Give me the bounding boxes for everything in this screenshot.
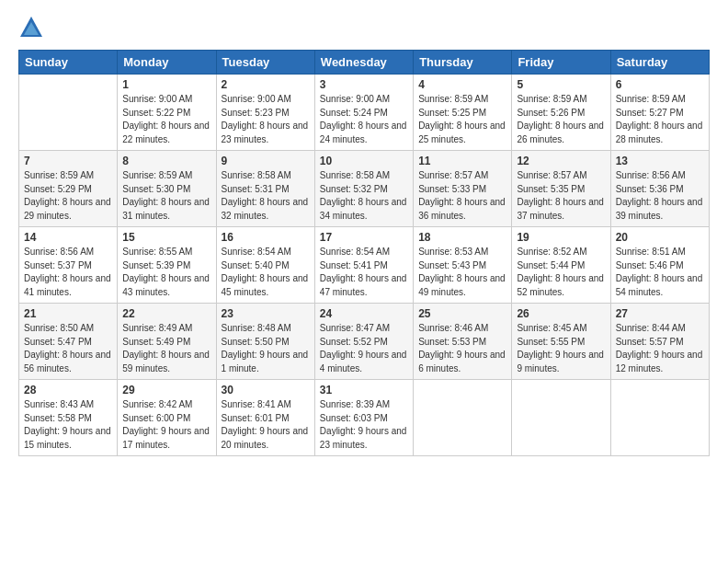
calendar-day-cell: 31Sunrise: 8:39 AMSunset: 6:03 PMDayligh… <box>314 380 413 456</box>
weekday-header-cell: Tuesday <box>216 51 314 75</box>
calendar-day-cell <box>19 75 118 151</box>
day-number: 23 <box>222 307 310 320</box>
day-number: 6 <box>616 78 704 91</box>
day-number: 1 <box>122 78 210 91</box>
calendar-day-cell: 24Sunrise: 8:47 AMSunset: 5:52 PMDayligh… <box>314 304 413 380</box>
day-number: 9 <box>222 155 310 167</box>
weekday-header-row: SundayMondayTuesdayWednesdayThursdayFrid… <box>19 51 710 75</box>
day-number: 30 <box>222 384 310 396</box>
day-number: 12 <box>517 155 605 167</box>
day-info: Sunrise: 8:54 AMSunset: 5:40 PMDaylight:… <box>222 246 310 299</box>
calendar-day-cell: 12Sunrise: 8:57 AMSunset: 5:35 PMDayligh… <box>512 151 610 227</box>
day-number: 7 <box>24 155 112 167</box>
calendar-day-cell: 25Sunrise: 8:46 AMSunset: 5:53 PMDayligh… <box>414 304 512 380</box>
day-number: 19 <box>517 231 605 244</box>
day-number: 8 <box>122 155 210 167</box>
day-info: Sunrise: 8:59 AMSunset: 5:26 PMDaylight:… <box>517 93 605 146</box>
day-info: Sunrise: 8:47 AMSunset: 5:52 PMDaylight:… <box>320 322 408 375</box>
calendar-week-row: 1Sunrise: 9:00 AMSunset: 5:22 PMDaylight… <box>19 75 710 151</box>
calendar-day-cell: 29Sunrise: 8:42 AMSunset: 6:00 PMDayligh… <box>118 380 216 456</box>
day-info: Sunrise: 8:59 AMSunset: 5:25 PMDaylight:… <box>418 93 506 146</box>
calendar-day-cell: 20Sunrise: 8:51 AMSunset: 5:46 PMDayligh… <box>610 227 709 304</box>
weekday-header-cell: Wednesday <box>314 51 413 75</box>
weekday-header-cell: Friday <box>512 51 610 75</box>
day-info: Sunrise: 8:48 AMSunset: 5:50 PMDaylight:… <box>222 322 310 375</box>
day-info: Sunrise: 9:00 AMSunset: 5:24 PMDaylight:… <box>320 93 408 146</box>
calendar-day-cell: 7Sunrise: 8:59 AMSunset: 5:29 PMDaylight… <box>19 151 118 227</box>
calendar-day-cell: 17Sunrise: 8:54 AMSunset: 5:41 PMDayligh… <box>314 227 413 304</box>
day-info: Sunrise: 8:59 AMSunset: 5:30 PMDaylight:… <box>122 169 210 223</box>
calendar-week-row: 21Sunrise: 8:50 AMSunset: 5:47 PMDayligh… <box>19 304 710 380</box>
day-number: 20 <box>616 231 704 244</box>
day-info: Sunrise: 8:57 AMSunset: 5:35 PMDaylight:… <box>517 169 605 223</box>
calendar-day-cell <box>610 380 709 456</box>
calendar-day-cell: 13Sunrise: 8:56 AMSunset: 5:36 PMDayligh… <box>610 151 709 227</box>
day-number: 25 <box>418 307 506 320</box>
day-number: 18 <box>418 231 506 244</box>
day-info: Sunrise: 8:54 AMSunset: 5:41 PMDaylight:… <box>320 246 408 299</box>
day-info: Sunrise: 8:55 AMSunset: 5:39 PMDaylight:… <box>122 246 210 299</box>
day-info: Sunrise: 8:53 AMSunset: 5:43 PMDaylight:… <box>418 246 506 299</box>
calendar-day-cell: 2Sunrise: 9:00 AMSunset: 5:23 PMDaylight… <box>216 75 314 151</box>
day-info: Sunrise: 8:43 AMSunset: 5:58 PMDaylight:… <box>24 398 112 452</box>
calendar-day-cell: 6Sunrise: 8:59 AMSunset: 5:27 PMDaylight… <box>610 75 709 151</box>
day-number: 4 <box>418 78 506 91</box>
calendar-day-cell: 9Sunrise: 8:58 AMSunset: 5:31 PMDaylight… <box>216 151 314 227</box>
logo <box>18 15 48 40</box>
day-info: Sunrise: 8:42 AMSunset: 6:00 PMDaylight:… <box>122 398 210 452</box>
day-info: Sunrise: 8:41 AMSunset: 6:01 PMDaylight:… <box>222 398 310 452</box>
calendar-day-cell: 16Sunrise: 8:54 AMSunset: 5:40 PMDayligh… <box>216 227 314 304</box>
calendar-day-cell: 21Sunrise: 8:50 AMSunset: 5:47 PMDayligh… <box>19 304 118 380</box>
header <box>18 15 710 40</box>
day-number: 5 <box>517 78 605 91</box>
weekday-header-cell: Sunday <box>19 51 118 75</box>
calendar-body: 1Sunrise: 9:00 AMSunset: 5:22 PMDaylight… <box>19 75 710 456</box>
calendar-week-row: 7Sunrise: 8:59 AMSunset: 5:29 PMDaylight… <box>19 151 710 227</box>
day-info: Sunrise: 8:56 AMSunset: 5:36 PMDaylight:… <box>616 169 704 223</box>
day-info: Sunrise: 8:45 AMSunset: 5:55 PMDaylight:… <box>517 322 605 375</box>
calendar-day-cell: 10Sunrise: 8:58 AMSunset: 5:32 PMDayligh… <box>314 151 413 227</box>
day-number: 17 <box>320 231 408 244</box>
day-number: 11 <box>418 155 506 167</box>
day-number: 3 <box>320 78 408 91</box>
day-number: 14 <box>24 231 112 244</box>
day-number: 27 <box>616 307 704 320</box>
day-info: Sunrise: 8:51 AMSunset: 5:46 PMDaylight:… <box>616 246 704 299</box>
calendar-day-cell: 3Sunrise: 9:00 AMSunset: 5:24 PMDaylight… <box>314 75 413 151</box>
day-info: Sunrise: 8:50 AMSunset: 5:47 PMDaylight:… <box>24 322 112 375</box>
calendar-day-cell: 27Sunrise: 8:44 AMSunset: 5:57 PMDayligh… <box>610 304 709 380</box>
calendar-day-cell: 30Sunrise: 8:41 AMSunset: 6:01 PMDayligh… <box>216 380 314 456</box>
calendar-day-cell: 28Sunrise: 8:43 AMSunset: 5:58 PMDayligh… <box>19 380 118 456</box>
weekday-header-cell: Thursday <box>414 51 512 75</box>
day-number: 13 <box>616 155 704 167</box>
day-number: 15 <box>122 231 210 244</box>
calendar-table: SundayMondayTuesdayWednesdayThursdayFrid… <box>18 50 710 456</box>
day-info: Sunrise: 8:39 AMSunset: 6:03 PMDaylight:… <box>320 398 408 452</box>
calendar-week-row: 14Sunrise: 8:56 AMSunset: 5:37 PMDayligh… <box>19 227 710 304</box>
day-number: 31 <box>320 384 408 396</box>
calendar-day-cell: 5Sunrise: 8:59 AMSunset: 5:26 PMDaylight… <box>512 75 610 151</box>
day-info: Sunrise: 9:00 AMSunset: 5:23 PMDaylight:… <box>222 93 310 146</box>
day-number: 24 <box>320 307 408 320</box>
calendar-day-cell: 14Sunrise: 8:56 AMSunset: 5:37 PMDayligh… <box>19 227 118 304</box>
day-number: 16 <box>222 231 310 244</box>
day-number: 10 <box>320 155 408 167</box>
day-number: 28 <box>24 384 112 396</box>
day-info: Sunrise: 8:56 AMSunset: 5:37 PMDaylight:… <box>24 246 112 299</box>
calendar-day-cell: 26Sunrise: 8:45 AMSunset: 5:55 PMDayligh… <box>512 304 610 380</box>
day-info: Sunrise: 8:58 AMSunset: 5:32 PMDaylight:… <box>320 169 408 223</box>
calendar-day-cell: 15Sunrise: 8:55 AMSunset: 5:39 PMDayligh… <box>118 227 216 304</box>
day-number: 2 <box>222 78 310 91</box>
day-info: Sunrise: 8:49 AMSunset: 5:49 PMDaylight:… <box>122 322 210 375</box>
day-info: Sunrise: 8:57 AMSunset: 5:33 PMDaylight:… <box>418 169 506 223</box>
calendar-day-cell: 23Sunrise: 8:48 AMSunset: 5:50 PMDayligh… <box>216 304 314 380</box>
day-number: 29 <box>122 384 210 396</box>
calendar-day-cell <box>414 380 512 456</box>
day-info: Sunrise: 8:44 AMSunset: 5:57 PMDaylight:… <box>616 322 704 375</box>
day-number: 22 <box>122 307 210 320</box>
calendar-day-cell: 19Sunrise: 8:52 AMSunset: 5:44 PMDayligh… <box>512 227 610 304</box>
calendar-day-cell: 4Sunrise: 8:59 AMSunset: 5:25 PMDaylight… <box>414 75 512 151</box>
day-info: Sunrise: 8:58 AMSunset: 5:31 PMDaylight:… <box>222 169 310 223</box>
calendar-day-cell: 22Sunrise: 8:49 AMSunset: 5:49 PMDayligh… <box>118 304 216 380</box>
day-info: Sunrise: 8:46 AMSunset: 5:53 PMDaylight:… <box>418 322 506 375</box>
